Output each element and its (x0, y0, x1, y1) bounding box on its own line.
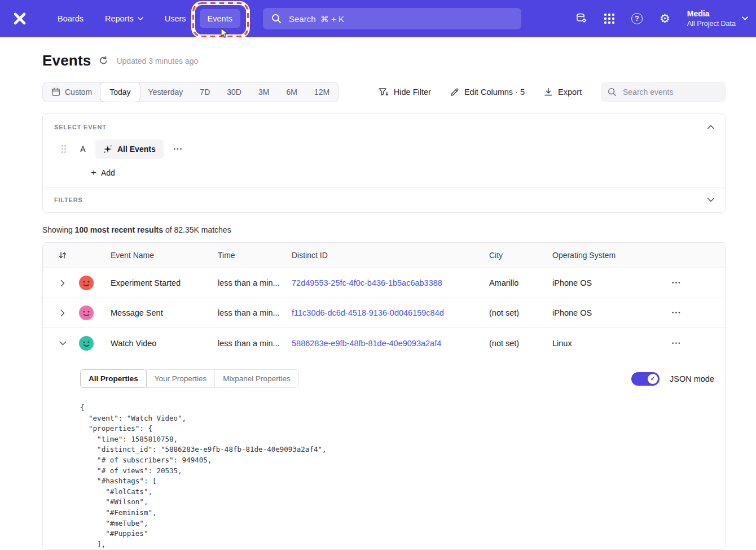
date-range-7d[interactable]: 7D (191, 82, 218, 102)
cell-event-name: Watch Video (111, 339, 218, 348)
export-button[interactable]: Export (544, 88, 582, 97)
event-selector-chip[interactable]: All Events (95, 139, 164, 159)
settings-gear-icon[interactable]: ⚙ (660, 12, 670, 24)
date-range-label: 30D (227, 88, 241, 97)
edit-columns-label: Edit Columns · 5 (464, 88, 525, 97)
edit-columns-button[interactable]: Edit Columns · 5 (450, 88, 525, 97)
tab-all-properties[interactable]: All Properties (80, 369, 147, 388)
row-control-cell (43, 305, 111, 320)
search-events-input[interactable] (622, 87, 719, 97)
nav-item-reports[interactable]: Reports (97, 9, 151, 28)
apps-grid-icon[interactable] (604, 14, 614, 24)
date-range-label: Today (109, 88, 130, 97)
date-range-6m[interactable]: 6M (278, 82, 305, 102)
global-search[interactable] (263, 8, 521, 29)
nav-item-label: Reports (105, 14, 134, 23)
nav-item-boards[interactable]: Boards (50, 9, 91, 28)
project-switcher[interactable]: Media All Project Data (687, 9, 748, 28)
filters-label: FILTERS (54, 197, 83, 203)
project-name: Media (687, 9, 736, 19)
row-more-button[interactable]: ••• (672, 280, 682, 286)
refresh-icon[interactable] (99, 56, 108, 66)
cell-city: (not set) (489, 308, 552, 317)
date-range-label: 3M (258, 88, 269, 97)
row-more-button[interactable]: ••• (672, 341, 682, 346)
header-distinct-id: Distinct ID (292, 251, 489, 260)
distinct-id-link[interactable]: 5886283e-e9fb-48fb-81de-40e9093a2af4 (292, 339, 441, 348)
nav-item-events[interactable]: Events (200, 9, 240, 28)
date-range-today[interactable]: Today (100, 82, 140, 102)
event-avatar (79, 276, 94, 290)
events-table: Event Name Time Distinct ID City Operati… (42, 242, 726, 550)
select-event-header: SELECT EVENT (54, 124, 714, 130)
tab-your-properties[interactable]: Your Properties (146, 369, 216, 388)
add-event-row: + Add (54, 168, 714, 178)
mixpanel-logo-icon[interactable] (12, 11, 27, 26)
collapse-row-icon[interactable] (58, 341, 67, 346)
cell-city: (not set) (489, 339, 552, 348)
header-time: Time (218, 251, 292, 260)
distinct-id-link[interactable]: f11c30d6-dc6d-4518-9136-0d046159c84d (292, 308, 444, 317)
chevron-up-icon (707, 125, 714, 129)
chevron-down-icon (742, 16, 748, 20)
event-chip-label: All Events (117, 145, 156, 154)
date-range-12m[interactable]: 12M (306, 82, 338, 102)
sort-icon[interactable] (58, 251, 67, 260)
cell-os: Linux (552, 339, 648, 348)
event-more-button[interactable]: ••• (174, 146, 183, 152)
expand-row-icon[interactable] (58, 309, 67, 317)
date-range-custom[interactable]: Custom (43, 82, 100, 102)
drag-handle-icon[interactable] (61, 145, 67, 154)
header-operating-system: Operating System (552, 251, 648, 260)
nav-item-label: Users (165, 14, 186, 23)
filter-funnel-icon (379, 88, 389, 97)
navbar-right: ? ⚙ Media All Project Data (575, 9, 748, 28)
date-range-label: 6M (286, 88, 297, 97)
tab-mixpanel-properties[interactable]: Mixpanel Properties (214, 369, 298, 388)
event-row-letter: A (79, 145, 87, 154)
table-row[interactable]: Experiment Started less than a min... 72… (43, 268, 726, 298)
date-range-label: Yesterday (148, 88, 183, 97)
row-control-cell (43, 276, 111, 290)
detail-toolbar: All Properties Your Properties Mixpanel … (80, 369, 714, 388)
cell-city: Amarillo (489, 278, 552, 287)
results-suffix: of 82.35K matches (163, 225, 231, 234)
help-icon[interactable]: ? (631, 13, 643, 24)
hide-filter-button[interactable]: Hide Filter (379, 88, 431, 97)
date-range-3m[interactable]: 3M (250, 82, 278, 102)
row-control-cell (43, 336, 111, 351)
distinct-id-link[interactable]: 72d49553-25fc-4f0c-b436-1b5ac6ab3388 (292, 278, 442, 287)
date-range-label: 7D (200, 88, 210, 97)
json-mode-label: JSON mode (670, 374, 714, 383)
project-info: Media All Project Data (687, 9, 736, 28)
table-row[interactable]: Message Sent less than a min... f11c30d6… (43, 298, 726, 328)
nav-item-users[interactable]: Users (157, 9, 194, 28)
expand-filters-button[interactable] (707, 198, 714, 202)
primary-nav: Boards Reports Users Events (50, 9, 240, 28)
results-count: 100 most recent results (75, 225, 163, 234)
toolbar-right: Hide Filter Edit Columns · 5 Export (379, 82, 726, 102)
json-mode-control: ✓ JSON mode (631, 372, 714, 386)
cell-time: less than a min... (218, 278, 292, 287)
date-range-label: 12M (314, 88, 329, 97)
nav-item-label: Boards (58, 14, 83, 23)
json-mode-toggle[interactable]: ✓ (631, 372, 660, 386)
data-management-icon[interactable] (575, 13, 587, 24)
cell-time: less than a min... (218, 308, 292, 317)
select-event-label: SELECT EVENT (54, 124, 107, 130)
global-search-input[interactable] (288, 14, 513, 24)
date-range-yesterday[interactable]: Yesterday (140, 82, 192, 102)
all-events-sparkle-icon (103, 145, 112, 154)
select-event-section: SELECT EVENT A (43, 114, 726, 187)
row-more-button[interactable]: ••• (672, 310, 682, 316)
events-nav-wrapper: Events (200, 9, 240, 28)
expand-row-icon[interactable] (58, 280, 67, 287)
date-range-30d[interactable]: 30D (218, 82, 250, 102)
collapse-section-button[interactable] (707, 125, 714, 129)
filters-section-toggle[interactable]: FILTERS (43, 187, 726, 212)
page-title: Events (42, 52, 91, 69)
search-events-field[interactable] (601, 82, 726, 102)
table-row-expanded[interactable]: Watch Video less than a min... 5886283e-… (43, 328, 726, 358)
add-event-button[interactable]: + Add (91, 168, 115, 177)
date-range-label: Custom (65, 88, 92, 97)
